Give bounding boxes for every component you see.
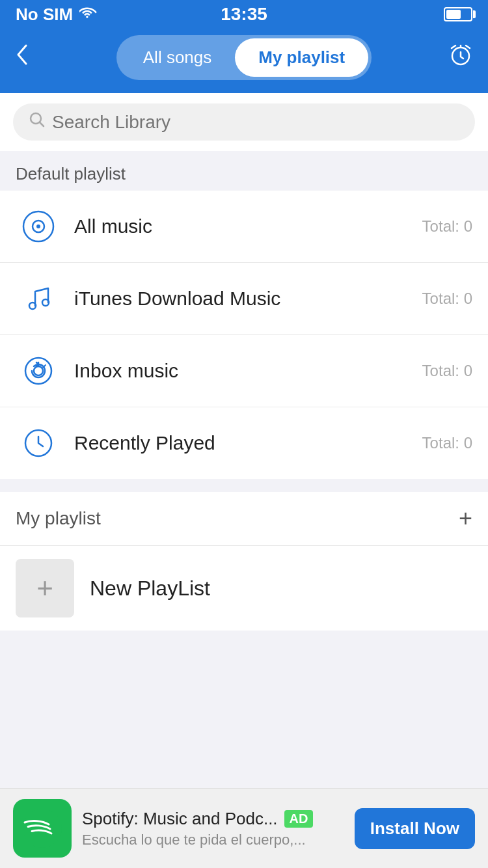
all-music-icon [16,204,61,249]
itunes-total: Total: 0 [422,290,472,308]
default-playlist-section: All music Total: 0 iTunes Download Music… [0,191,488,479]
tab-my-playlist[interactable]: My playlist [235,38,368,77]
search-input[interactable] [52,112,459,133]
ad-title: Spotify: Music and Podc... AD [82,809,344,829]
list-item[interactable]: Recently Played Total: 0 [0,407,488,479]
default-playlist-label: Default playlist [0,151,488,191]
add-playlist-button[interactable]: + [440,505,472,532]
status-time: 13:35 [221,4,267,25]
tab-all-songs[interactable]: All songs [120,38,236,77]
svg-point-10 [23,809,62,848]
status-left: No SIM [16,5,98,25]
itunes-icon [16,276,61,321]
all-music-name: All music [74,215,422,237]
section-divider [0,479,488,492]
plus-icon: + [36,572,53,604]
new-playlist-label: New PlayList [90,576,210,601]
recently-played-total: Total: 0 [422,434,472,452]
search-icon [29,111,46,133]
wifi-icon [79,5,98,25]
ad-subtitle: Escucha lo que te pida el cuerpo,... [82,832,344,848]
inbox-icon [16,348,61,394]
new-playlist-item[interactable]: + New PlayList [0,546,488,631]
battery-icon [444,7,472,21]
status-right [444,7,472,21]
install-now-button[interactable]: Install Now [355,808,475,849]
my-playlist-header: My playlist + [0,492,488,546]
tab-toggle: All songs My playlist [116,35,372,80]
itunes-name: iTunes Download Music [74,288,422,310]
search-container [0,93,488,151]
back-button[interactable] [13,40,46,75]
all-music-total: Total: 0 [422,217,472,236]
ad-text-content: Spotify: Music and Podc... AD Escucha lo… [82,809,344,848]
alarm-button[interactable] [442,40,475,75]
ad-banner: Spotify: Music and Podc... AD Escucha lo… [0,788,488,868]
svg-point-8 [34,366,43,375]
ad-app-name: Spotify: Music and Podc... [82,809,278,829]
inbox-name: Inbox music [74,360,422,382]
inbox-total: Total: 0 [422,362,472,380]
header: All songs My playlist [0,29,488,93]
list-item[interactable]: Inbox music Total: 0 [0,335,488,407]
ad-badge: AD [284,810,314,828]
status-bar: No SIM 13:35 [0,0,488,29]
spotify-app-icon [13,799,72,858]
svg-point-4 [36,224,40,228]
my-playlist-section-label: My playlist [16,508,101,529]
new-playlist-icon: + [16,559,74,617]
list-item[interactable]: iTunes Download Music Total: 0 [0,263,488,335]
carrier-label: No SIM [16,5,73,25]
list-item[interactable]: All music Total: 0 [0,191,488,263]
recently-played-name: Recently Played [74,432,422,454]
recently-played-icon [16,420,61,466]
search-wrap [13,103,475,141]
